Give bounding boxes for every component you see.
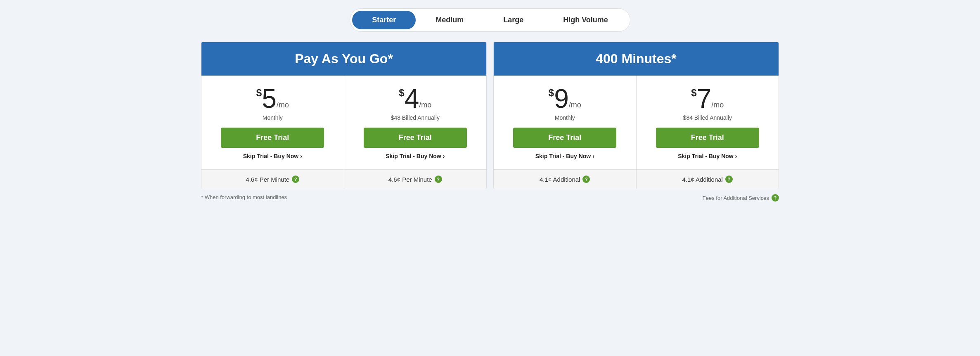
price-section-400-monthly: $ 9 /mo Monthly Free Trial Skip Trial - … [494,76,636,169]
tab-bar: Starter Medium Large High Volume [8,8,972,32]
plan-group-400-header: 400 Minutes* [494,42,779,76]
tab-starter[interactable]: Starter [352,11,416,29]
price-amount-400-annual: 7 [697,85,712,112]
free-trial-button-payg-annual[interactable]: Free Trial [364,128,467,148]
help-icon-footer[interactable]: ? [772,194,779,202]
footer-right-note: Fees for Additional Services [703,195,769,201]
price-display-400-annual: $ 7 /mo [691,85,724,112]
skip-trial-payg-annual[interactable]: Skip Trial - Buy Now › [386,153,445,159]
price-per-payg-monthly: /mo [277,101,289,109]
footer-left-note: * When forwarding to most landlines [201,194,287,202]
price-dollar-payg-annual: $ [399,88,404,98]
plan-columns-400: $ 9 /mo Monthly Free Trial Skip Trial - … [494,76,779,189]
rate-row-payg-annual: 4.6¢ Per Minute ? [344,169,487,189]
billing-400-monthly: Monthly [555,114,575,121]
help-icon-payg-monthly[interactable]: ? [292,176,299,183]
plan-group-payg-header: Pay As You Go* [201,42,486,76]
tab-selector: Starter Medium Large High Volume [350,8,630,32]
price-display-payg-monthly: $ 5 /mo [256,85,289,112]
price-amount-payg-annual: 4 [405,85,419,112]
rate-text-400-annual: 4.1¢ Additional [682,176,723,183]
skip-trial-400-annual[interactable]: Skip Trial - Buy Now › [678,153,737,159]
price-per-400-annual: /mo [711,101,724,109]
price-section-payg-monthly: $ 5 /mo Monthly Free Trial Skip Trial - … [201,76,344,169]
price-section-payg-annual: $ 4 /mo $48 Billed Annually Free Trial S… [344,76,487,169]
billing-payg-monthly: Monthly [263,114,283,121]
tab-large[interactable]: Large [483,11,543,29]
rate-row-payg-monthly: 4.6¢ Per Minute ? [201,169,344,189]
plan-card-400-annual: $ 7 /mo $84 Billed Annually Free Trial S… [637,76,779,189]
skip-trial-400-monthly[interactable]: Skip Trial - Buy Now › [535,153,594,159]
plan-group-400: 400 Minutes* $ 9 /mo Monthly Free Trial … [493,42,779,189]
help-icon-400-annual[interactable]: ? [725,176,733,183]
plans-container: Pay As You Go* $ 5 /mo Monthly Free Tria… [201,42,779,189]
tab-medium[interactable]: Medium [416,11,483,29]
plan-columns-payg: $ 5 /mo Monthly Free Trial Skip Trial - … [201,76,486,189]
price-dollar-400-annual: $ [691,88,696,98]
price-amount-payg-monthly: 5 [262,85,277,112]
price-section-400-annual: $ 7 /mo $84 Billed Annually Free Trial S… [637,76,779,169]
price-display-400-monthly: $ 9 /mo [549,85,581,112]
price-per-payg-annual: /mo [419,101,431,109]
plan-group-payg: Pay As You Go* $ 5 /mo Monthly Free Tria… [201,42,487,189]
plan-card-payg-annual: $ 4 /mo $48 Billed Annually Free Trial S… [344,76,487,189]
price-display-payg-annual: $ 4 /mo [399,85,431,112]
rate-text-payg-monthly: 4.6¢ Per Minute [246,176,289,183]
billing-payg-annual: $48 Billed Annually [391,114,440,121]
rate-text-400-monthly: 4.1¢ Additional [540,176,580,183]
skip-trial-payg-monthly[interactable]: Skip Trial - Buy Now › [243,153,302,159]
rate-row-400-annual: 4.1¢ Additional ? [637,169,779,189]
rate-row-400-monthly: 4.1¢ Additional ? [494,169,636,189]
free-trial-button-400-monthly[interactable]: Free Trial [513,128,616,148]
help-icon-400-monthly[interactable]: ? [582,176,590,183]
price-dollar-payg-monthly: $ [256,88,262,98]
free-trial-button-400-annual[interactable]: Free Trial [656,128,759,148]
price-dollar-400-monthly: $ [549,88,554,98]
help-icon-payg-annual[interactable]: ? [435,176,442,183]
tab-high-volume[interactable]: High Volume [543,11,628,29]
price-amount-400-monthly: 9 [554,85,569,112]
footer-notes: * When forwarding to most landlines Fees… [201,194,779,202]
footer-right: Fees for Additional Services ? [703,194,779,202]
plan-card-payg-monthly: $ 5 /mo Monthly Free Trial Skip Trial - … [201,76,344,189]
plan-card-400-monthly: $ 9 /mo Monthly Free Trial Skip Trial - … [494,76,637,189]
billing-400-annual: $84 Billed Annually [683,114,732,121]
free-trial-button-payg-monthly[interactable]: Free Trial [221,128,324,148]
price-per-400-monthly: /mo [569,101,581,109]
rate-text-payg-annual: 4.6¢ Per Minute [388,176,432,183]
